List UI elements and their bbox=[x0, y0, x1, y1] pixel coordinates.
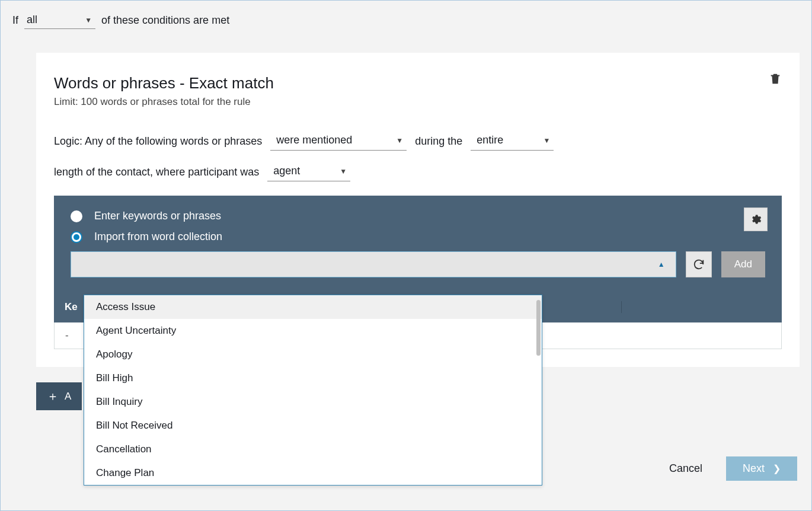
card-subtitle: Limit: 100 words or phrases total for th… bbox=[54, 96, 782, 108]
dropdown-item[interactable]: Bill High bbox=[84, 366, 542, 390]
radio-enter-row[interactable]: Enter keywords or phrases bbox=[71, 210, 765, 222]
radio-enter[interactable] bbox=[71, 210, 82, 222]
radio-import[interactable] bbox=[71, 231, 82, 243]
collection-combobox[interactable]: ▲ bbox=[71, 251, 676, 277]
add-button-label: Add bbox=[734, 258, 752, 270]
scrollbar-thumb[interactable] bbox=[536, 300, 541, 356]
chevron-up-icon: ▲ bbox=[658, 260, 665, 269]
collection-input-row: ▲ Add bbox=[71, 251, 765, 277]
delete-rule-button[interactable] bbox=[769, 71, 782, 90]
add-condition-button[interactable]: ＋ A bbox=[36, 382, 82, 410]
condition-quantifier-select[interactable]: all ▼ bbox=[24, 11, 95, 29]
dropdown-item[interactable]: Cancellation bbox=[84, 437, 542, 461]
keywords-panel: Enter keywords or phrases Import from wo… bbox=[54, 196, 782, 292]
next-button-label: Next bbox=[743, 462, 765, 475]
condition-suffix: of these conditions are met bbox=[101, 14, 229, 27]
settings-button[interactable] bbox=[744, 207, 768, 231]
participant-select-value: agent bbox=[273, 165, 300, 177]
mentioned-select[interactable]: were mentioned ▼ bbox=[270, 132, 407, 151]
condition-line: If all ▼ of these conditions are met bbox=[12, 11, 800, 29]
length-text: length of the contact, where participant… bbox=[54, 166, 259, 178]
gear-icon bbox=[750, 213, 762, 225]
chevron-right-icon: ❯ bbox=[773, 463, 781, 474]
refresh-button[interactable] bbox=[686, 251, 712, 277]
next-button[interactable]: Next ❯ bbox=[726, 456, 797, 481]
card-title: Words or phrases - Exact match bbox=[54, 74, 782, 92]
footer-actions: Cancel Next ❯ bbox=[669, 456, 797, 481]
table-empty-cell: - bbox=[65, 330, 69, 341]
chevron-down-icon: ▼ bbox=[543, 136, 550, 145]
dropdown-item[interactable]: Agent Uncertainty bbox=[84, 319, 542, 343]
chevron-down-icon: ▼ bbox=[396, 136, 403, 145]
radio-import-label: Import from word collection bbox=[94, 231, 222, 243]
collection-dropdown: Access Issue Agent Uncertainty Apology B… bbox=[84, 295, 542, 486]
add-button[interactable]: Add bbox=[721, 251, 765, 277]
condition-quantifier-value: all bbox=[27, 14, 37, 26]
duration-select-value: entire bbox=[477, 134, 503, 146]
logic-row-2: length of the contact, where participant… bbox=[54, 162, 782, 181]
refresh-icon bbox=[692, 258, 705, 271]
dropdown-item[interactable]: Apology bbox=[84, 343, 542, 366]
radio-import-row[interactable]: Import from word collection bbox=[71, 231, 765, 243]
duration-select[interactable]: entire ▼ bbox=[471, 132, 554, 151]
condition-prefix: If bbox=[12, 14, 18, 27]
chevron-down-icon: ▼ bbox=[85, 16, 92, 24]
chevron-down-icon: ▼ bbox=[340, 167, 347, 175]
radio-enter-label: Enter keywords or phrases bbox=[94, 210, 221, 222]
plus-icon: ＋ bbox=[47, 388, 59, 404]
dropdown-item[interactable]: Access Issue bbox=[84, 295, 542, 319]
logic-prefix: Logic: Any of the following words or phr… bbox=[54, 135, 262, 148]
trash-icon bbox=[769, 71, 782, 87]
cancel-button[interactable]: Cancel bbox=[669, 462, 702, 475]
during-text: during the bbox=[415, 135, 462, 148]
dropdown-item[interactable]: Change Plan bbox=[84, 461, 542, 485]
participant-select[interactable]: agent ▼ bbox=[267, 162, 350, 181]
add-condition-label: A bbox=[65, 391, 71, 403]
dropdown-item[interactable]: Bill Inquiry bbox=[84, 390, 542, 414]
dropdown-item[interactable]: Bill Not Received bbox=[84, 414, 542, 437]
logic-row-1: Logic: Any of the following words or phr… bbox=[54, 132, 782, 151]
mentioned-select-value: were mentioned bbox=[276, 134, 352, 146]
